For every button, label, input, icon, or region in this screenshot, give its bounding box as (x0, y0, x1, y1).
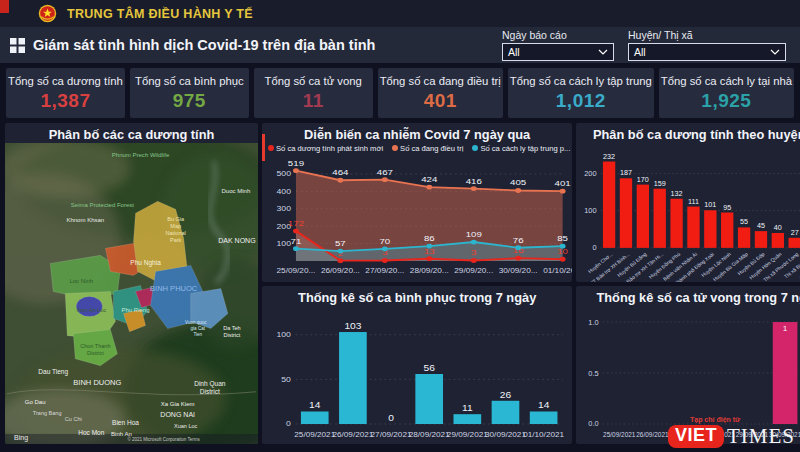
svg-text:Trang Bang: Trang Bang (33, 410, 62, 416)
right-column: Phân bố ca dương tính theo huyện thị 010… (576, 123, 800, 444)
recovered-bar-chart: 0501001425/09/202110326/09/2021027/09/20… (262, 306, 572, 442)
svg-text:27: 27 (791, 229, 799, 236)
chevron-down-icon (770, 49, 780, 55)
svg-text:28/09/2021: 28/09/2021 (703, 431, 736, 438)
scroll-accent (262, 134, 265, 161)
svg-text:14: 14 (538, 400, 549, 410)
svg-text:30/09/20...: 30/09/20... (499, 267, 538, 275)
svg-text:BINH PHUOC: BINH PHUOC (150, 284, 198, 293)
svg-text:National: National (166, 230, 186, 236)
recovered-title: Thống kê số ca bình phục trong 7 ngày (262, 286, 572, 306)
legend-item: Số ca đang điều trị (392, 144, 463, 153)
stat-value: 1,012 (556, 90, 606, 112)
svg-text:25/09/2021: 25/09/2021 (294, 430, 335, 438)
svg-text:27/09/20...: 27/09/20... (365, 267, 404, 275)
svg-text:Loc Ninh: Loc Ninh (69, 278, 93, 284)
svg-text:District: District (87, 350, 104, 356)
svg-text:01/10/20...: 01/10/20... (543, 267, 572, 275)
stat-value: 975 (173, 90, 206, 112)
stat-card-positive: Tổng số ca dương tính 1,387 (6, 68, 125, 118)
district-title: Phân bố ca dương tính theo huyện thị (576, 123, 800, 143)
svg-text:467: 467 (377, 168, 393, 177)
dashboard-toolbar: Giám sát tình hình dịch Covid-19 trên đị… (0, 27, 800, 63)
svg-text:132: 132 (671, 190, 683, 197)
legend-dot-icon (268, 145, 274, 151)
dashboard-body: Phân bố các ca dương tính (0, 121, 800, 448)
svg-text:Bu Gia: Bu Gia (167, 216, 185, 222)
district-label: Huyện/ Thị xã (628, 29, 786, 41)
svg-text:200: 200 (585, 169, 597, 178)
trend-legend: Số ca dương tính phát sinh mớiSố ca đang… (262, 143, 572, 153)
map-panel: Phân bố các ca dương tính (5, 123, 258, 444)
svg-text:30/09/2021: 30/09/2021 (769, 431, 800, 438)
report-date-select[interactable]: All (502, 43, 614, 61)
svg-text:BINH DUONG: BINH DUONG (73, 378, 121, 387)
svg-text:© 2021 Microsoft Corporation: © 2021 Microsoft Corporation Terms (127, 436, 200, 442)
svg-text:Phnum Prech Wildlife: Phnum Prech Wildlife (112, 152, 170, 158)
legend-item: Số ca dương tính phát sinh mới (268, 144, 383, 153)
grid-icon (10, 38, 25, 53)
svg-text:71: 71 (291, 236, 302, 245)
svg-text:gia Cat: gia Cat (191, 326, 206, 331)
stat-value: 1,387 (40, 90, 90, 112)
svg-text:187: 187 (620, 169, 632, 176)
svg-text:25/09/2021: 25/09/2021 (603, 431, 636, 438)
district-select[interactable]: All (628, 43, 786, 61)
svg-text:Hoc Mon: Hoc Mon (78, 429, 104, 436)
svg-text:401: 401 (555, 179, 571, 188)
svg-text:500: 500 (277, 170, 292, 178)
svg-text:Phu Rieng: Phu Rieng (121, 307, 149, 313)
svg-text:Cu Chi: Cu Chi (65, 416, 82, 422)
report-date-value: All (508, 46, 520, 58)
svg-text:01/10/2021: 01/10/2021 (523, 430, 564, 438)
svg-text:300: 300 (277, 205, 292, 213)
svg-text:85: 85 (557, 234, 568, 243)
svg-text:25/09/20...: 25/09/20... (276, 267, 315, 275)
filter-district: Huyện/ Thị xã All (628, 29, 786, 61)
svg-text:3: 3 (471, 248, 476, 257)
svg-text:86: 86 (424, 234, 435, 243)
app-header: TRUNG TÂM ĐIỀU HÀNH Y TẾ (0, 0, 800, 27)
svg-text:45: 45 (757, 222, 765, 229)
chevron-down-icon (598, 49, 608, 55)
stat-label: Tổng số ca cách ly tại nhà (661, 75, 792, 87)
svg-text:28/09/20...: 28/09/20... (410, 267, 449, 275)
svg-text:Vuon quoc: Vuon quoc (185, 320, 207, 325)
svg-text:101: 101 (705, 201, 717, 208)
svg-text:District: District (200, 388, 220, 395)
svg-text:Bien Hoa: Bien Hoa (112, 419, 139, 426)
trend-title: Diễn biến ca nhiễm Covid 7 ngày qua (262, 123, 572, 143)
stat-label: Tổng số ca bình phục (135, 75, 244, 87)
svg-text:Xom An Loc: Xom An Loc (76, 307, 106, 313)
middle-column: Diễn biến ca nhiễm Covid 7 ngày qua Số c… (262, 123, 572, 444)
stat-label: Tổng số ca dương tính (8, 75, 123, 87)
bing-map[interactable]: Phnum Prech WildlifeDuoc MinhSeima Prote… (5, 143, 258, 444)
svg-text:424: 424 (421, 175, 437, 184)
svg-text:Seima Protected Forest: Seima Protected Forest (71, 202, 135, 208)
svg-text:Dinh Quan: Dinh Quan (194, 380, 226, 388)
svg-text:232: 232 (603, 153, 615, 160)
filter-report-date: Ngày báo cáo All (502, 29, 614, 61)
svg-text:55: 55 (740, 219, 748, 226)
page-title: Giám sát tình hình dịch Covid-19 trên đị… (33, 37, 375, 53)
svg-text:57: 57 (335, 239, 346, 248)
org-title: TRUNG TÂM ĐIỀU HÀNH Y TẾ (67, 7, 253, 21)
svg-text:11: 11 (462, 403, 473, 413)
svg-text:27/09/2021: 27/09/2021 (371, 430, 412, 438)
svg-text:Chon Thanh: Chon Thanh (80, 343, 110, 349)
svg-text:1.0: 1.0 (589, 317, 599, 326)
stat-card-quarantine-central: Tổng số ca cách ly tập trung 1,012 (508, 68, 654, 118)
svg-text:405: 405 (510, 178, 526, 187)
stat-card-treating: Tổng số ca đang điều trị 401 (378, 68, 503, 118)
svg-text:Xa Gia Kiem: Xa Gia Kiem (161, 401, 195, 407)
svg-text:0: 0 (388, 412, 394, 422)
svg-text:Xuan Loc: Xuan Loc (174, 423, 198, 429)
svg-text:26: 26 (500, 389, 511, 399)
flag-corner (0, 0, 9, 13)
svg-text:26/09/2021: 26/09/2021 (332, 430, 373, 438)
svg-text:1: 1 (783, 324, 788, 333)
svg-text:100: 100 (277, 240, 292, 248)
svg-text:26/09/2021: 26/09/2021 (637, 431, 670, 438)
stat-card-deaths: Tổng số ca tử vong 11 (254, 68, 373, 118)
svg-text:29/09/2021: 29/09/2021 (736, 431, 769, 438)
